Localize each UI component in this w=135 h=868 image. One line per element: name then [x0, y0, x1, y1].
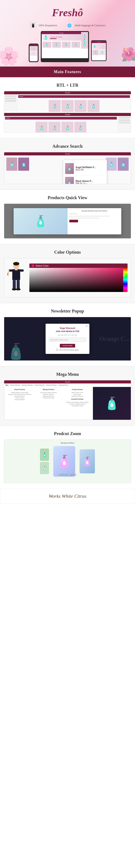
rtl-product-4: 🧴	[87, 100, 100, 112]
rtl-product-3: 🧴	[75, 100, 86, 112]
product-zoom-demo: Nirvane Perfum 🧴 🧴 🧴 🧴 cosmetic spray	[4, 439, 131, 483]
quickview-product-image: 🧴	[14, 208, 68, 235]
mega-menu-section: Mega Menu Freshô Man Flora Perfume Woody…	[0, 366, 135, 426]
main-features-header: Main Features	[0, 66, 135, 77]
megamenu-col-fruity: Fruity Perfume Body & Solar Trans Body L…	[64, 389, 91, 418]
megamenu-nav-item-fruity[interactable]: Fruity Perfume	[34, 384, 45, 386]
phone-screen: 🧴 🧴	[30, 44, 38, 61]
ltr-product-4: 🧴	[74, 122, 86, 133]
svg-rect-5	[20, 270, 24, 272]
color-dot	[32, 265, 34, 267]
megamenu-nav-item-divine[interactable]: Divine Perfume	[46, 384, 57, 386]
responsive-label: 100% Responsive	[38, 24, 57, 27]
megamenu-item-w1[interactable]: Lorem Ipsum Black Perfume	[35, 392, 62, 394]
megamenu-item-o3[interactable]: Honda White Urban	[64, 405, 91, 407]
ltr-products-row: 🧴 🧴 🧴 🧴	[5, 120, 117, 133]
search-browser-bar: Freshô	[4, 152, 131, 155]
svg-point-1	[13, 262, 19, 266]
megamenu-nav-item-oriental[interactable]: Oriental Perfu...	[58, 384, 69, 386]
megamenu-item-1[interactable]: Tentbery Matte Causal Flower	[6, 392, 33, 394]
megamenu-item-f3[interactable]: Deepwood Perfume	[64, 395, 91, 397]
rtl-product-1: 🧴	[49, 100, 61, 112]
megamenu-nav-item-flora[interactable]: Flora Perfume	[10, 384, 20, 386]
megamenu-item-w3[interactable]: Deepwood Perfume	[35, 395, 62, 397]
search-product-name-2: Black Opium P...	[76, 180, 93, 182]
newsletter-close-icon[interactable]: ✕	[85, 324, 88, 328]
color-picker-header: Select Color	[29, 264, 128, 268]
monitor-device: Freshô 🧴 A Range Of Perfume 🧴 🧴 🧴	[41, 31, 89, 62]
newsletter-title: Newsletter Popup	[3, 309, 132, 314]
megamenu-image-side: 🧴	[93, 387, 131, 420]
monitor-screen: Freshô 🧴 A Range Of Perfume 🧴 🧴 🧴	[42, 32, 88, 58]
megamenu-item-4[interactable]: Johan Perfume	[6, 397, 33, 399]
newsletter-checkbox-label: I don't show this popup again!	[59, 349, 79, 351]
rtl-ltr-demo: Freshô Freshô 🧴 🧴 🧴 🧴	[4, 91, 131, 133]
svg-rect-10	[17, 280, 20, 289]
color-cursor[interactable]	[123, 274, 125, 277]
megamenu-item-f1[interactable]: Body & Solar Trans	[64, 392, 91, 394]
ltr-product-1: 🧴	[35, 122, 48, 133]
phone-device: 🧴 🧴	[29, 43, 38, 62]
hero-features-list: 📱 100% Responsive 🌐 Multi language & Cur…	[4, 22, 131, 29]
newsletter-email-input[interactable]: Enter your email order	[49, 338, 86, 342]
newsletter-sub-text: Get upto 30% off on all order	[49, 334, 86, 336]
megamenu-item-3[interactable]: Elevated Perfume	[6, 395, 33, 397]
newsletter-bg-text: Orange C...	[100, 335, 130, 342]
search-product-info-2: Black Opium P... $98.00 $1...	[76, 180, 93, 184]
svg-point-12	[16, 288, 21, 290]
demo-product-3: 🧴	[62, 41, 71, 48]
rtl-browser-demo: Freshô Freshô 🧴 🧴 🧴 🧴	[4, 91, 131, 111]
quick-view-demo: → 🧴 Nirvana Bourbon Eau De Parfum ★★★★★	[4, 204, 131, 239]
megamenu-browser-logo: Freshô	[65, 381, 70, 383]
rtl-products-row: 🧴 🧴 🧴 🧴	[18, 99, 130, 113]
megamenu-item-5[interactable]: Amanda Perfume	[6, 399, 33, 401]
newsletter-dont-show: I don't show this popup again!	[49, 349, 86, 351]
search-browser-logo: Freshô	[65, 153, 70, 155]
ltr-product-3: 🧴	[61, 122, 74, 133]
megamenu-col-oriental-title: Oriental Perfume	[64, 398, 91, 401]
color-gradient[interactable]	[29, 268, 128, 292]
megamenu-nav-item-woody[interactable]: Woody Perfume	[22, 384, 33, 386]
megamenu-dropdown-panel: Floral Perfume Tentbery Matte Causal Flo…	[4, 387, 93, 420]
megamenu-content-area: Floral Perfume Tentbery Matte Causal Flo…	[4, 387, 131, 420]
rtl-ltr-section: RTL + LTR Freshô Freshô 🧴 🧴	[0, 77, 135, 138]
demo-product-2: 🧴	[52, 41, 61, 48]
ltr-browser-logo: Freshô	[65, 114, 70, 116]
newsletter-checkbox-input[interactable]	[56, 349, 58, 351]
monitor-base	[56, 60, 74, 61]
quickview-product-name: Nirvana Bourbon Eau De Parfum	[69, 210, 120, 212]
rtl-ltr-title: RTL + LTR	[3, 83, 132, 88]
color-gradient-overlay	[29, 268, 123, 292]
search-product-price-1: $122.00	[76, 168, 96, 171]
megamenu-browser-bar: Freshô	[4, 380, 131, 383]
newsletter-subscribe-btn[interactable]: SUBSCRIBE	[60, 344, 75, 347]
search-product-old-price-2: $1...	[83, 182, 87, 184]
megamenu-item-o1[interactable]: Is Munro Lorino Maht & World Cologne	[64, 401, 91, 403]
quick-view-section: Products Quick View → 🧴 Nirvana Bourbon …	[0, 190, 135, 244]
svg-rect-2	[12, 269, 20, 280]
product-zoom-title: Prodcut Zoom	[3, 431, 132, 436]
zoom-main-product: 🧴	[53, 446, 75, 477]
screen-content: Freshô 🧴 A Range Of Perfume 🧴 🧴 🧴	[42, 32, 88, 49]
search-product-img-1: 🧴	[65, 163, 74, 174]
megamenu-item-o2[interactable]: Law De The Water Perfume	[64, 403, 91, 405]
multilang-label: Multi language & Currencies	[75, 24, 105, 27]
svg-rect-3	[15, 269, 18, 270]
megamenu-item-w4[interactable]: Honda White Urban	[35, 397, 62, 399]
color-options-section: Color Options	[0, 244, 135, 303]
megamenu-nav-bar: Man Flora Perfume Woody Perfume Fruity P…	[4, 383, 131, 387]
megamenu-col-woody: Woody Perfume Lorem Ipsum Black Perfume …	[35, 389, 62, 418]
hero-feature-responsive: 📱 100% Responsive	[30, 22, 57, 29]
ltr-browser-bar: Freshô	[4, 113, 131, 116]
megamenu-nav-item-man[interactable]: Man	[5, 384, 8, 386]
svg-rect-9	[13, 280, 16, 289]
quickview-modal: 🧴 Nirvana Bourbon Eau De Parfum ★★★★★	[14, 208, 121, 235]
color-spectrum-bar[interactable]	[123, 268, 128, 292]
megamenu-item-w2[interactable]: Made De Sperrein	[35, 394, 62, 395]
search-product-info-1: Angel Refillable P... $122.00	[76, 166, 96, 171]
megamenu-item-f2[interactable]: Body Liquid	[64, 394, 91, 395]
megamenu-item-2[interactable]: Abrage Of Art De Man Star De Parfums	[6, 394, 33, 395]
color-picker-widget[interactable]: Select Color	[29, 264, 128, 292]
rtl-product-2: 🧴	[61, 100, 74, 112]
demo-logo: Freshô	[59, 32, 63, 34]
